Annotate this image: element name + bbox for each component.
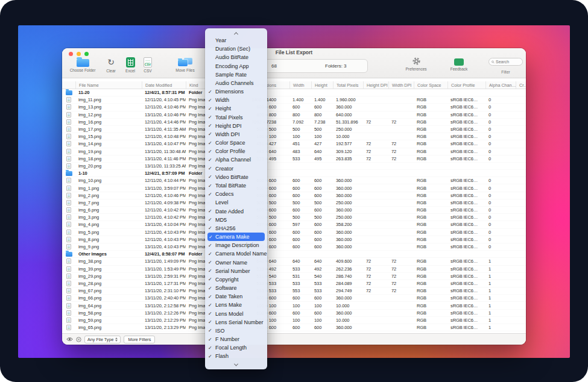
- preferences-button[interactable]: Preferences: [402, 57, 431, 71]
- table-row[interactable]: img_28.png13/11/20, 1:27:31 PMPng Image5…: [62, 280, 526, 287]
- table-row[interactable]: img_7.png12/11/20, 4:09:38 PMPng Image50…: [62, 199, 526, 207]
- table-row[interactable]: img_4.png13/11/20, 4:10:04 PMPng Image59…: [62, 221, 526, 228]
- menu-item-software[interactable]: ✓Software: [205, 284, 267, 292]
- table-row[interactable]: img_1.png13/11/20, 3:59:07 PMPng Image60…: [62, 184, 526, 192]
- table-row[interactable]: img_14.png13/11/20, 4:10:47 PMPng Image4…: [62, 140, 526, 148]
- menu-item-audio-channels[interactable]: Audio Channels: [205, 79, 267, 87]
- table-row[interactable]: img_13.png12/11/20, 4:10:46 PMPng Image6…: [62, 104, 526, 111]
- menu-scroll-down[interactable]: [205, 362, 267, 368]
- menu-item-f-number[interactable]: ✓F Number: [205, 335, 267, 343]
- column-header-icon[interactable]: [62, 81, 75, 89]
- menu-item-date-taken[interactable]: ✓Date Taken: [205, 292, 267, 301]
- feedback-button[interactable]: Feedback: [444, 57, 473, 71]
- table-row[interactable]: img_65.png13/11/20, 2:13:29 PMPng Image6…: [62, 324, 526, 331]
- menu-item-video-bitrate[interactable]: ✓Video BitRate: [205, 173, 267, 181]
- menu-item-sha256[interactable]: ✓SHA256: [205, 224, 267, 233]
- column-header-wdpi[interactable]: Width DPI: [388, 81, 414, 89]
- column-header-alpha[interactable]: Alpha Chan…: [485, 81, 516, 89]
- menu-item-level[interactable]: Level: [205, 198, 267, 207]
- table-row[interactable]: img_17.png13/11/20, 4:11:35 AMPng Image5…: [62, 126, 526, 133]
- more-filters-button[interactable]: More Filters: [124, 336, 155, 343]
- menu-item-camera-model-name[interactable]: ✓Camera Model Name: [205, 249, 267, 258]
- menu-item-encoding-app[interactable]: Encoding App: [205, 62, 267, 70]
- table-row[interactable]: img_59.png13/11/20, 2:12:29 PMPng Image1…: [62, 317, 526, 324]
- menu-item-color-space[interactable]: ✓Color Space: [205, 139, 267, 147]
- menu-item-height[interactable]: ✓Height: [205, 104, 267, 113]
- menu-item-sample-rate[interactable]: Sample Rate: [205, 70, 267, 79]
- table-row[interactable]: img_20.png13/11/20, 11:33:25 AMPng Image: [62, 163, 526, 170]
- table-row[interactable]: img_9.png13/11/20, 4:10:43 PMPng Image60…: [62, 243, 526, 251]
- search-input[interactable]: [496, 60, 520, 64]
- table-row[interactable]: img_11.png12/11/20, 4:10:45 PMPng Image1…: [62, 96, 526, 104]
- menu-item-image-description[interactable]: ✓Image Description: [205, 241, 267, 249]
- menu-item-lens-make[interactable]: ✓Lens Make: [205, 301, 267, 309]
- clear-filter-icon[interactable]: [76, 337, 81, 342]
- menu-item-codecs[interactable]: ✓Codecs: [205, 190, 267, 198]
- column-header-cprofile[interactable]: Color Profile: [447, 81, 485, 89]
- menu-item-audio-bitrate[interactable]: Audio BitRate: [205, 53, 267, 61]
- menu-item-date-added[interactable]: ✓Date Added: [205, 207, 267, 215]
- column-header-pixels[interactable]: Total Pixels: [333, 81, 363, 89]
- menu-item-color-profile[interactable]: ✓Color Profile: [205, 147, 267, 155]
- checkmark-icon: ✓: [208, 302, 213, 308]
- menu-item-alpha-channel[interactable]: ✓Alpha Channel: [205, 155, 267, 164]
- menu-item-camera-make[interactable]: ✓Camera Make: [207, 233, 265, 241]
- checkmark-icon: ✓: [208, 174, 213, 180]
- column-header-creator[interactable]: Cr…: [516, 81, 526, 89]
- menu-item-width[interactable]: ✓Width: [205, 96, 267, 104]
- menu-item-iso[interactable]: ✓ISO: [205, 327, 267, 335]
- menu-item-duration-sec[interactable]: Duration (Sec): [205, 45, 267, 53]
- menu-item-year[interactable]: Year: [205, 36, 267, 45]
- cell-alpha: 0: [485, 184, 516, 191]
- column-header-cspace[interactable]: Color Space: [414, 81, 447, 89]
- column-header-hdpi[interactable]: Height DPI: [363, 81, 388, 89]
- menu-item-creator[interactable]: ✓Creator: [205, 164, 267, 173]
- table-row[interactable]: img_66.png13/11/20, 2:40:40 PMPng Image6…: [62, 295, 526, 302]
- menu-item-width-dpi[interactable]: ✓Width DPI: [205, 130, 267, 139]
- table-row[interactable]: 11-2012/4/21, 8:57:31 PMFolder: [62, 89, 526, 96]
- table-row[interactable]: img_67.png13/11/20, 2:31:10 PMPng Image5…: [62, 287, 526, 295]
- column-header-modified[interactable]: Date Modified: [142, 81, 186, 89]
- table-row[interactable]: img_5.png12/11/20, 4:10:43 PMPng Image60…: [62, 229, 526, 236]
- table-row[interactable]: Other Images12/4/21, 8:58:07 PMFolder: [62, 251, 526, 258]
- menu-item-dimensions[interactable]: ✓Dimensions: [205, 87, 267, 96]
- eye-icon[interactable]: [66, 337, 73, 342]
- table-row[interactable]: img_29.png13/11/20, 2:59:31 PMPng Image5…: [62, 273, 526, 280]
- table-row[interactable]: img_16.png12/11/20, 4:14:46 PMPng Image7…: [62, 119, 526, 126]
- table-row[interactable]: img_38.png13/11/20, 1:49:09 PMPng Image6…: [62, 258, 526, 265]
- table-row[interactable]: img_3.png12/11/20, 4:10:42 PMPng Image50…: [62, 214, 526, 221]
- column-header-height[interactable]: Height: [311, 81, 333, 89]
- column-header-name[interactable]: File Name: [75, 81, 142, 89]
- table-row[interactable]: img_19.png13/11/20, 11:30:48 AMPng Image…: [62, 148, 526, 155]
- menu-item-total-bitrate[interactable]: ✓Total BitRate: [205, 181, 267, 190]
- move-files-button[interactable]: Move Files: [171, 57, 200, 72]
- menu-item-md5[interactable]: ✓MD5: [205, 216, 267, 224]
- choose-folder-button[interactable]: Choose Folder: [68, 57, 97, 72]
- table-row[interactable]: 1-1012/4/21, 8:57:09 PMFolder: [62, 170, 526, 177]
- menu-item-lens-model[interactable]: ✓Lens Model: [205, 310, 267, 318]
- menu-item-height-dpi[interactable]: ✓Height DPI: [205, 122, 267, 130]
- menu-item-owner-name[interactable]: ✓Owner Name: [205, 258, 267, 266]
- file-type-select[interactable]: Any File Type: [84, 336, 121, 343]
- menu-item-focal-length[interactable]: ✓Focal Length: [205, 343, 267, 352]
- menu-item-copyright[interactable]: ✓Copyright: [205, 275, 267, 284]
- table-row[interactable]: img_15.png12/11/20, 4:10:48 PMPng Image1…: [62, 133, 526, 140]
- menu-item-total-pixels[interactable]: ✓Total Pixels: [205, 113, 267, 122]
- table-row[interactable]: img_12.png13/11/20, 4:10:46 PMPng Image8…: [62, 111, 526, 119]
- csv-export-button[interactable]: CSV CSV: [133, 57, 162, 73]
- table-row[interactable]: img_10.png12/11/20, 4:10:44 PMPng Image6…: [62, 177, 526, 184]
- table-row[interactable]: img_6.png12/11/20, 4:10:42 PMPng Image60…: [62, 207, 526, 214]
- menu-item-flash[interactable]: ✓Flash: [205, 352, 267, 360]
- search-field[interactable]: [488, 58, 523, 66]
- table-row[interactable]: img_2.png12/11/20, 4:10:46 PMPng Image60…: [62, 192, 526, 199]
- column-header-width[interactable]: Width: [289, 81, 311, 89]
- menu-scroll-up[interactable]: [205, 30, 267, 36]
- table-row[interactable]: img_8.png12/11/20, 4:10:43 PMPng Image60…: [62, 236, 526, 243]
- table-row[interactable]: img_18.png13/11/20, 4:11:46 PMPng Image5…: [62, 155, 526, 163]
- menu-item-serial-number[interactable]: ✓Serial Number: [205, 267, 267, 275]
- menu-item-lens-serial-number[interactable]: ✓Lens Serial Number: [205, 318, 267, 327]
- table-row[interactable]: img_39.png13/11/20, 1:53:49 PMPng Image5…: [62, 266, 526, 273]
- table-row[interactable]: img_64.png13/11/20, 2:12:58 PMPng Image1…: [62, 302, 526, 309]
- row-icon-cell: [62, 280, 75, 287]
- table-row[interactable]: img_58.png13/11/20, 2:12:26 PMPng Image6…: [62, 310, 526, 317]
